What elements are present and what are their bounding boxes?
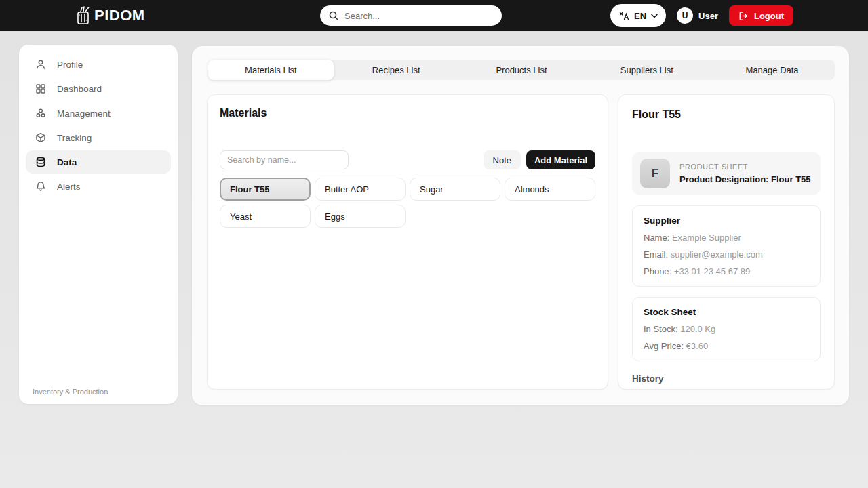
sidebar-item-tracking[interactable]: Tracking [26, 126, 171, 149]
supplier-name-line: Name: Example Supplier [644, 232, 809, 243]
language-selector[interactable]: EN [610, 4, 666, 27]
database-icon [35, 157, 46, 167]
material-chip-list: Flour T55 Butter AOP Sugar Almonds Yeast… [220, 178, 595, 228]
product-designation: Product Designation: Flour T55 [679, 174, 811, 184]
materials-card: Materials Note Add Material Flour T55 Bu… [207, 94, 608, 390]
basket-logo-icon [75, 5, 92, 26]
sidebar-item-label: Dashboard [57, 84, 102, 94]
sidebar-item-label: Tracking [57, 133, 92, 143]
management-icon [35, 108, 46, 119]
user-icon [35, 59, 46, 70]
sidebar-footer: Inventory & Production [33, 388, 108, 396]
in-stock-line: In Stock: 120.0 Kg [644, 324, 809, 334]
top-header: PIDOM EN U User [0, 0, 868, 31]
product-sheet-block: F PRODUCT SHEET Product Designation: Flo… [632, 152, 821, 195]
material-chip-yeast[interactable]: Yeast [220, 205, 311, 228]
stock-sheet-title: Stock Sheet [644, 307, 809, 317]
tab-recipes-list[interactable]: Recipes List [334, 60, 459, 80]
material-chip-almonds[interactable]: Almonds [505, 178, 595, 201]
logout-button[interactable]: Logout [729, 5, 793, 26]
stock-sheet-block: Stock Sheet In Stock: 120.0 Kg Avg Price… [632, 297, 821, 361]
materials-title: Materials [220, 107, 595, 119]
material-chip-flour-t55[interactable]: Flour T55 [220, 178, 311, 201]
add-material-button[interactable]: Add Material [526, 150, 595, 169]
material-chip-eggs[interactable]: Eggs [315, 205, 406, 228]
product-sheet-eyebrow: PRODUCT SHEET [679, 163, 811, 171]
detail-title: Flour T55 [632, 108, 821, 121]
sidebar-item-label: Profile [57, 60, 83, 70]
note-button[interactable]: Note [484, 150, 521, 169]
material-name-search-input[interactable] [220, 150, 349, 169]
logo-wordmark: PIDOM [94, 7, 145, 24]
material-chip-butter-aop[interactable]: Butter AOP [315, 178, 406, 201]
sidebar-item-alerts[interactable]: Alerts [26, 175, 171, 198]
sidebar-item-label: Management [57, 108, 111, 119]
sidebar-item-management[interactable]: Management [26, 102, 171, 125]
user-avatar: U [677, 7, 693, 24]
sidebar-item-profile[interactable]: Profile [26, 53, 171, 76]
tab-strip: Materials List Recipes List Products Lis… [208, 60, 835, 80]
user-label: User [698, 11, 718, 21]
app-logo[interactable]: PIDOM [75, 0, 145, 31]
tab-materials-list[interactable]: Materials List [208, 60, 334, 80]
history-label[interactable]: History [632, 373, 821, 384]
search-icon [328, 10, 339, 21]
material-chip-sugar[interactable]: Sugar [410, 178, 500, 201]
global-search[interactable] [320, 5, 502, 26]
avg-price-line: Avg Price: €3.60 [644, 341, 809, 351]
main-panel: Materials List Recipes List Products Lis… [192, 46, 849, 405]
tab-manage-data[interactable]: Manage Data [709, 60, 835, 80]
supplier-phone-line: Phone: +33 01 23 45 67 89 [644, 266, 809, 277]
materials-controls: Note Add Material [220, 150, 595, 169]
sidebar-item-label: Alerts [57, 182, 81, 192]
material-detail-card: Flour T55 F PRODUCT SHEET Product Design… [618, 94, 835, 390]
supplier-title: Supplier [644, 216, 809, 226]
dashboard-icon [35, 83, 46, 94]
sidebar: Profile Dashboard Management Tracking [19, 45, 178, 404]
translate-icon [618, 10, 629, 21]
header-actions: EN U User Logout [610, 4, 793, 27]
sidebar-item-data[interactable]: Data [26, 150, 171, 174]
global-search-input[interactable] [344, 11, 494, 21]
product-sheet-texts: PRODUCT SHEET Product Designation: Flour… [679, 163, 811, 184]
product-initial-avatar: F [640, 159, 670, 188]
content-row: Materials Note Add Material Flour T55 Bu… [207, 94, 835, 390]
tracking-icon [35, 132, 46, 143]
logout-icon [738, 11, 749, 21]
sidebar-item-label: Data [57, 157, 77, 167]
chevron-down-icon [651, 14, 658, 18]
supplier-email-line: Email: supplier@example.com [644, 249, 809, 260]
tab-products-list[interactable]: Products List [459, 60, 585, 80]
sidebar-item-dashboard[interactable]: Dashboard [26, 77, 171, 100]
bell-icon [35, 181, 46, 192]
tab-suppliers-list[interactable]: Suppliers List [584, 60, 709, 80]
user-menu[interactable]: U User [677, 7, 718, 24]
language-label: EN [634, 11, 646, 21]
logout-label: Logout [754, 11, 784, 21]
supplier-block: Supplier Name: Example Supplier Email: s… [632, 205, 821, 287]
